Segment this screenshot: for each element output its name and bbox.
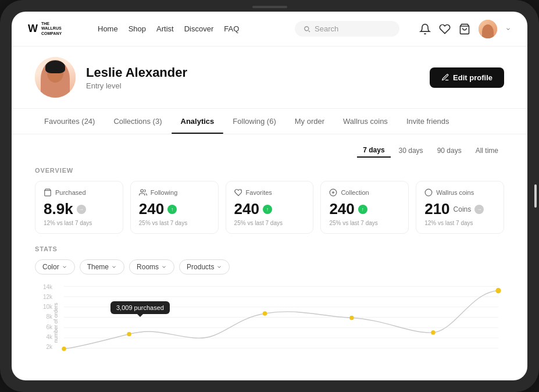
chevron-rooms-icon (161, 264, 167, 270)
heart-small-icon (234, 188, 242, 197)
logo-text: THE WALLRUS COMPANY (41, 22, 62, 36)
profile-info: Leslie Alexander Entry level (86, 65, 419, 90)
screen: W THE WALLRUS COMPANY Home Shop Artist D… (12, 12, 527, 380)
card-following: Following 240 ↑ 25% vs last 7 days (130, 181, 219, 234)
navbar: W THE WALLRUS COMPANY Home Shop Artist D… (12, 12, 527, 47)
card-favorites-value: 240 ↑ (234, 200, 305, 218)
profile-section: Leslie Alexander Entry level Edit profil… (12, 47, 527, 109)
card-favorites: Favorites 240 ↑ 25% vs last 7 days (226, 181, 314, 234)
profile-level: Entry level (86, 81, 419, 90)
collection-icon (329, 188, 337, 197)
chart-dot-3 (263, 311, 267, 315)
chart-tooltip: 3,009 purchased (110, 301, 170, 317)
chevron-color-icon (62, 264, 67, 270)
card-following-badge: ↑ (167, 205, 177, 214)
logo: W THE WALLRUS COMPANY (28, 22, 80, 36)
card-favorites-sub: 25% vs last 7 days (234, 220, 305, 226)
tab-invite-friends[interactable]: Invite friends (397, 109, 459, 134)
chart-dot-0 (62, 347, 66, 351)
tab-following[interactable]: Following (6) (223, 109, 285, 134)
tab-my-order[interactable]: My order (285, 109, 334, 134)
stats-section: STATS Color Theme Rooms Pro (35, 245, 504, 362)
card-purchased-sub: 12% vs last 7 days (44, 220, 115, 226)
filter-products[interactable]: Products (179, 259, 230, 275)
svg-point-7 (425, 189, 432, 196)
card-collection-sub: 25% vs last 7 days (329, 220, 400, 226)
card-favorites-badge: ↑ (263, 205, 272, 214)
nav-faq[interactable]: FAQ (224, 24, 239, 33)
chevron-products-icon (216, 264, 222, 270)
tab-favourites[interactable]: Favourites (24) (35, 109, 104, 134)
profile-name: Leslie Alexander (86, 65, 419, 80)
nav-icons (419, 20, 511, 38)
card-favorites-label: Favorites (246, 189, 272, 196)
chart-dot-4 (349, 316, 354, 320)
filter-rooms[interactable]: Rooms (129, 259, 174, 275)
coin-icon (424, 188, 433, 197)
search-icon (303, 25, 311, 33)
card-coins-value: 210 Coins → (424, 200, 495, 218)
logo-icon: W (28, 23, 38, 35)
heart-icon[interactable] (439, 23, 451, 35)
nav-shop[interactable]: Shop (128, 24, 146, 33)
bag-small-icon (44, 188, 52, 197)
nav-artist[interactable]: Artist (156, 24, 174, 33)
user-avatar-nav[interactable] (479, 20, 497, 38)
tab-analytics[interactable]: Analytics (172, 109, 224, 134)
time-filter: 7 days 30 days 90 days All time (35, 144, 504, 158)
nav-home[interactable]: Home (98, 24, 118, 33)
nav-links: Home Shop Artist Discover FAQ (98, 24, 239, 33)
card-collection: Collection 240 ↑ 25% vs last 7 days (320, 181, 409, 234)
tab-collections[interactable]: Collections (3) (104, 109, 171, 134)
following-icon (139, 188, 147, 197)
filter-color[interactable]: Color (35, 259, 75, 275)
line-chart (64, 284, 498, 359)
card-purchased-value: 8.9k → (44, 200, 115, 218)
tab-wallrus-coins[interactable]: Wallrus coins (334, 109, 397, 134)
search-placeholder: Search (315, 24, 338, 33)
svg-point-3 (141, 190, 144, 193)
card-collection-label: Collection (341, 189, 369, 196)
chevron-down-icon (505, 26, 511, 32)
nav-discover[interactable]: Discover (184, 24, 214, 33)
card-following-value: 240 ↑ (139, 200, 210, 218)
card-purchased-label: Purchased (55, 189, 86, 196)
overview-cards: Purchased 8.9k → 12% vs last 7 days Foll… (35, 181, 504, 234)
svg-point-0 (305, 26, 309, 30)
profile-avatar (35, 57, 76, 98)
time-30days[interactable]: 30 days (393, 144, 429, 158)
y-labels: 14k 12k 10k 8k 6k 4k 2k (43, 284, 52, 350)
bell-icon[interactable] (419, 23, 431, 35)
chart-dot-5 (431, 330, 435, 334)
card-following-sub: 25% vs last 7 days (139, 220, 210, 226)
card-wallrus-coins: Wallrus coins 210 Coins → 12% vs last 7 … (416, 181, 504, 234)
card-coins-badge: → (474, 205, 484, 214)
card-following-label: Following (151, 189, 177, 196)
y-axis-title: number of orders (53, 303, 59, 343)
chevron-theme-icon (111, 264, 117, 270)
card-collection-badge: ↑ (358, 205, 367, 214)
edit-profile-button[interactable]: Edit profile (430, 67, 504, 88)
stats-label: STATS (35, 245, 504, 252)
chart-dot-6 (495, 288, 501, 293)
tablet-frame: W THE WALLRUS COMPANY Home Shop Artist D… (0, 0, 539, 392)
overview-label: OVERVIEW (35, 167, 504, 174)
pencil-icon (441, 73, 449, 81)
chart-dot-1 (127, 332, 131, 336)
card-purchased: Purchased 8.9k → 12% vs last 7 days (35, 181, 123, 234)
search-bar[interactable]: Search (295, 21, 399, 37)
card-coins-label: Wallrus coins (436, 189, 474, 196)
card-coins-sub: 12% vs last 7 days (424, 220, 495, 226)
card-purchased-badge: → (77, 205, 86, 214)
main-content: 7 days 30 days 90 days All time OVERVIEW… (12, 134, 527, 380)
tabs-row: Favourites (24) Collections (3) Analytic… (12, 109, 527, 134)
chart-area: number of orders 14k 12k 10k 8k 6k 4k 2k (64, 284, 498, 362)
card-collection-value: 240 ↑ (329, 200, 400, 218)
stats-filter-row: Color Theme Rooms Products (35, 259, 504, 275)
time-alltime[interactable]: All time (470, 144, 504, 158)
time-90days[interactable]: 90 days (431, 144, 467, 158)
bag-icon[interactable] (459, 23, 470, 35)
filter-theme[interactable]: Theme (80, 259, 124, 275)
time-7days[interactable]: 7 days (357, 144, 390, 158)
